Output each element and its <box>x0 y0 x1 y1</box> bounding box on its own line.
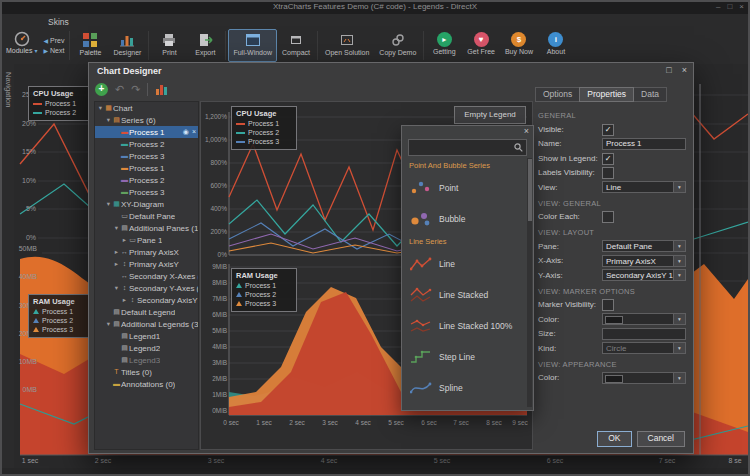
tab-properties[interactable]: Properties <box>579 87 634 102</box>
series-type-item-step-line[interactable]: Step Line <box>402 341 525 372</box>
tree-item-xy-diagram[interactable]: ▾▦XY-Diagram <box>95 198 198 210</box>
close-icon[interactable]: × <box>739 0 744 13</box>
open-solution-button[interactable]: Open Solution <box>320 29 374 62</box>
tree-item-process-2[interactable]: ▬Process 2 <box>95 138 198 150</box>
export-button[interactable]: Export <box>187 29 223 62</box>
dialog-maximize-icon[interactable]: □ <box>666 65 671 75</box>
full-window-button[interactable]: Full-Window <box>228 29 277 62</box>
appearance-color-editor[interactable]: ▾ <box>602 372 686 384</box>
y-axis-dropdown[interactable]: Secondary AxisY 1▾ <box>602 269 686 281</box>
marker-color-editor[interactable]: ▾ <box>602 313 686 325</box>
tree-item-process-3[interactable]: ▬Process 3 <box>95 150 198 162</box>
buy-now-button[interactable]: $Buy Now <box>500 29 538 62</box>
tree-item-legend1[interactable]: ▤Legend1 <box>95 330 198 342</box>
undo-icon[interactable]: ↶ <box>115 83 124 96</box>
search-input[interactable] <box>409 140 526 155</box>
get-free-button[interactable]: ♥Get Free <box>462 29 500 62</box>
tree-item-chart[interactable]: ▾▦Chart <box>95 102 198 114</box>
delete-icon[interactable]: × <box>192 126 196 138</box>
view-dropdown[interactable]: Line▾ <box>602 181 686 193</box>
getting-started-button[interactable]: ▸Getting <box>426 29 462 62</box>
next-module-button[interactable]: ▶ Next <box>43 47 64 54</box>
legend-entry: Process 1 <box>42 308 73 315</box>
popup-scrollbar[interactable] <box>527 158 532 407</box>
modules-gallery-button[interactable]: Modules ▾ <box>3 29 40 62</box>
series-type-item-spline[interactable]: Spline <box>402 372 525 403</box>
expand-arrow-icon[interactable]: ▸ <box>113 248 120 256</box>
pane-dropdown[interactable]: Default Pane▾ <box>602 240 686 252</box>
about-button[interactable]: iAbout <box>538 29 574 62</box>
tree-item-legend2[interactable]: ▤Legend2 <box>95 342 198 354</box>
preview-cpu-legend[interactable]: CPU Usage Process 1 Process 2 Process 3 <box>231 106 297 150</box>
expand-arrow-icon[interactable]: ▸ <box>121 296 128 304</box>
print-button[interactable]: Print <box>151 29 187 62</box>
compact-button[interactable]: Compact <box>277 29 315 62</box>
ok-button[interactable]: OK <box>597 431 631 447</box>
cancel-button[interactable]: Cancel <box>637 431 685 447</box>
series-type-item-line-stacked[interactable]: Line Stacked <box>402 279 525 310</box>
minimize-icon[interactable]: – <box>716 0 720 13</box>
redo-icon[interactable]: ↷ <box>131 83 140 96</box>
tree-item-primary-axisx[interactable]: ▸↔Primary AxisX <box>95 246 198 258</box>
preview-ram-legend[interactable]: RAM Usage Process 1 Process 2 Process 3 <box>231 268 297 312</box>
tree-item-secondary-axisy-1[interactable]: ▸↕Secondary AxisY 1 <box>95 294 198 306</box>
window-titlebar[interactable]: XtraCharts Features Demo (C# code) - Leg… <box>0 0 750 14</box>
labels-visibility-checkbox[interactable] <box>602 167 614 179</box>
popup-close-icon[interactable]: × <box>524 126 529 136</box>
expand-arrow-icon[interactable]: ▾ <box>105 320 112 328</box>
tree-item-legend3[interactable]: ▤Legend3 <box>95 354 198 366</box>
empty-legend-button[interactable]: Empty Legend <box>454 106 526 124</box>
visible-checkbox[interactable]: ✓ <box>602 124 614 136</box>
chart-palette-icon[interactable] <box>155 83 168 96</box>
x-axis-dropdown[interactable]: Primary AxisX▾ <box>602 255 686 267</box>
tab-data[interactable]: Data <box>633 87 667 102</box>
tree-item-annotations[interactable]: ▬Annotations (0) <box>95 378 198 390</box>
palette-button[interactable]: Palette <box>72 29 108 62</box>
visibility-eye-icon[interactable]: ◉ <box>183 126 189 138</box>
expand-arrow-icon[interactable]: ▾ <box>113 224 120 232</box>
show-in-legend-checkbox[interactable]: ✓ <box>602 153 614 165</box>
prev-module-button[interactable]: ◀ Prev <box>43 37 64 44</box>
designer-button[interactable]: Designer <box>108 29 146 62</box>
tree-item-default-legend[interactable]: ▤Default Legend <box>95 306 198 318</box>
tab-skins[interactable]: Skins <box>42 15 75 29</box>
expand-arrow-icon[interactable]: ▸ <box>113 260 120 268</box>
expand-arrow-icon[interactable]: ▾ <box>105 116 112 124</box>
tree-item-titles[interactable]: TTitles (0) <box>95 366 198 378</box>
dialog-close-icon[interactable]: × <box>682 65 687 75</box>
series-type-item-line[interactable]: Line <box>402 248 525 279</box>
property-row-y-axis: Y-Axis:Secondary AxisY 1▾ <box>535 268 687 283</box>
expand-arrow-icon[interactable]: ▾ <box>113 284 120 292</box>
tree-item-process-1b[interactable]: ▬Process 1 <box>95 162 198 174</box>
tree-item-secondary-y-axes[interactable]: ▾↕Secondary Y-Axes (1) <box>95 282 198 294</box>
tree-item-default-pane[interactable]: ▭Default Pane <box>95 210 198 222</box>
scrollbar-thumb[interactable] <box>528 159 532 221</box>
marker-kind-dropdown[interactable]: Circle▾ <box>602 342 686 354</box>
tree-item-label: Series (6) <box>121 116 156 125</box>
tree-item-process-1[interactable]: ▬Process 1◉× <box>95 126 198 138</box>
expand-arrow-icon[interactable]: ▾ <box>105 200 112 208</box>
tree-item-secondary-x-axes[interactable]: ↔Secondary X-Axes (0) <box>95 270 198 282</box>
color-each-checkbox[interactable] <box>602 211 614 223</box>
tree-item-process-2b[interactable]: ▬Process 2 <box>95 174 198 186</box>
tree-item-additional-legends[interactable]: ▾▤Additional Legends (3) <box>95 318 198 330</box>
tree-item-additional-panes[interactable]: ▾▤Additional Panes (1) <box>95 222 198 234</box>
series-type-item-line-stacked-100[interactable]: Line Stacked 100% <box>402 310 525 341</box>
series-type-item-bubble[interactable]: Bubble <box>402 203 525 234</box>
dialog-titlebar[interactable]: Chart Designer □× <box>89 63 693 79</box>
tab-options[interactable]: Options <box>535 87 580 102</box>
expand-arrow-icon[interactable]: ▾ <box>97 104 104 112</box>
add-item-button[interactable]: + <box>95 83 108 96</box>
tree-item-pane-1[interactable]: ▸▭Pane 1 <box>95 234 198 246</box>
tree-item-primary-axisy[interactable]: ▸↕Primary AxisY <box>95 258 198 270</box>
maximize-icon[interactable]: □ <box>727 0 732 13</box>
marker-visibility-checkbox[interactable] <box>602 299 614 311</box>
name-input[interactable] <box>602 138 686 150</box>
series-type-item-point[interactable]: Point <box>402 172 525 203</box>
tree-item-process-3b[interactable]: ▬Process 3 <box>95 186 198 198</box>
tree-item-series[interactable]: ▾▤Series (6) <box>95 114 198 126</box>
copy-demo-button[interactable]: Copy Demo <box>374 29 421 62</box>
marker-size-input[interactable] <box>602 328 686 340</box>
tree-item-label: Secondary Y-Axes (1) <box>129 284 198 293</box>
expand-arrow-icon[interactable]: ▸ <box>121 236 128 244</box>
